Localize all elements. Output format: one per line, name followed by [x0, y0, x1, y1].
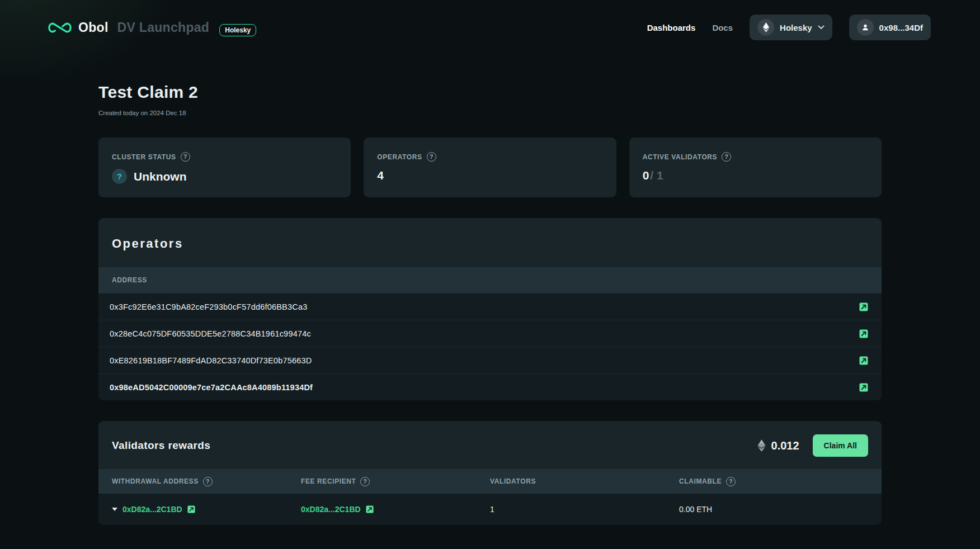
network-badge: Holesky [219, 24, 256, 36]
unknown-status-icon: ? [112, 169, 127, 184]
validators-count-cell: 1 [490, 505, 679, 514]
wallet-account-button[interactable]: 0x98...34Df [849, 15, 931, 40]
active-validators-card: ACTIVE VALIDATORS ? 0 / 1 [629, 138, 882, 197]
operator-address: 0xE82619B18BF7489FdAD82C33740Df73E0b7566… [110, 356, 312, 365]
main-content: Test Claim 2 Created today on 2024 Dec 1… [98, 83, 882, 525]
operators-count-label: OPERATORS [377, 153, 422, 161]
operator-address: 0x28eC4c075DF60535DDE5e2788C34B1961c9947… [110, 329, 311, 338]
claim-all-button[interactable]: Claim All [813, 434, 868, 457]
brand: Obol DV Launchpad Holesky [48, 18, 256, 36]
help-icon[interactable]: ? [722, 152, 731, 162]
user-icon [857, 19, 874, 36]
external-link-icon[interactable] [859, 329, 868, 338]
rewards-panel-title: Validators rewards [112, 439, 210, 452]
table-row: 0xE82619B18BF7489FdAD82C33740Df73E0b7566… [98, 347, 882, 373]
cluster-status-value: Unknown [134, 170, 187, 183]
chevron-down-icon [818, 25, 824, 30]
operators-count-card: OPERATORS ? 4 [364, 138, 616, 197]
address-column-header: ADDRESS [112, 276, 147, 284]
withdrawal-address-link[interactable]: 0xD82a...2C1BD [123, 505, 182, 514]
operators-table-header: ADDRESS [98, 267, 882, 293]
help-icon[interactable]: ? [726, 477, 736, 486]
nav-docs[interactable]: Docs [712, 23, 733, 32]
operators-panel: Operators ADDRESS 0x3Fc92E6e31C9bA82ceF2… [98, 218, 882, 400]
expand-row-icon[interactable] [112, 508, 117, 511]
external-link-icon[interactable] [366, 505, 374, 513]
claimable-amount-cell: 0.00 ETH [679, 505, 868, 514]
page-title: Test Claim 2 [98, 83, 882, 102]
obol-logo-icon[interactable] [48, 21, 72, 34]
table-row: 0x3Fc92E6e31C9bA82ceF293b0cF57dd6f06BB3C… [98, 293, 882, 320]
eth-icon [757, 439, 766, 452]
rewards-total-value: 0.012 [771, 439, 799, 452]
active-validators-total: / 1 [650, 169, 663, 182]
active-validators-value: 0 [643, 169, 649, 182]
help-icon[interactable]: ? [427, 152, 436, 162]
help-icon[interactable]: ? [203, 477, 213, 486]
wallet-address-label: 0x98...34Df [879, 23, 923, 32]
ethereum-icon [757, 19, 774, 36]
active-validators-label: ACTIVE VALIDATORS [643, 153, 718, 161]
operators-count-value: 4 [377, 169, 384, 182]
help-icon[interactable]: ? [360, 477, 370, 486]
validators-rewards-panel: Validators rewards 0.012 Claim All [98, 421, 882, 525]
table-row: 0x28eC4c075DF60535DDE5e2788C34B1961c9947… [98, 320, 882, 347]
claimable-column-header: CLAIMABLE [679, 477, 722, 485]
stats-row: CLUSTER STATUS ? ? Unknown OPERATORS ? 4… [98, 138, 882, 197]
external-link-icon[interactable] [859, 383, 868, 392]
table-row: 0x98eAD5042C00009e7ce7a2CAAc8A4089b11934… [98, 373, 882, 400]
nav-dashboards[interactable]: Dashboards [647, 23, 696, 32]
operators-panel-title: Operators [98, 218, 882, 267]
network-selector-button[interactable]: Holesky [750, 15, 832, 40]
operator-address: 0x3Fc92E6e31C9bA82ceF293b0cF57dd6f06BB3C… [110, 302, 307, 311]
external-link-icon[interactable] [187, 505, 195, 513]
brand-name: Obol [78, 20, 109, 35]
brand-suffix: DV Launchpad [117, 20, 210, 35]
operator-address: 0x98eAD5042C00009e7ce7a2CAAc8A4089b11934… [110, 383, 313, 392]
withdrawal-address-column-header: WITHDRAWAL ADDRESS [112, 477, 199, 485]
external-link-icon[interactable] [859, 302, 868, 311]
fee-recipient-link[interactable]: 0xD82a...2C1BD [301, 505, 361, 514]
rewards-table-header: WITHDRAWAL ADDRESS ? FEE RECIPIENT ? VAL… [98, 469, 882, 494]
rewards-total: 0.012 [757, 439, 799, 452]
network-selector-label: Holesky [780, 23, 812, 32]
top-nav-links: Dashboards Docs Holesky 0x98...34Df [647, 15, 931, 40]
fee-recipient-column-header: FEE RECIPIENT [301, 477, 356, 485]
external-link-icon[interactable] [859, 356, 868, 365]
table-row: 0xD82a...2C1BD 0xD82a...2C1BD [98, 494, 882, 525]
cluster-status-card: CLUSTER STATUS ? ? Unknown [98, 138, 351, 197]
top-navigation-bar: Obol DV Launchpad Holesky Dashboards Doc… [0, 0, 980, 55]
page-subtitle: Created today on 2024 Dec 18 [98, 110, 882, 116]
cluster-status-label: CLUSTER STATUS [112, 153, 176, 161]
validators-column-header: VALIDATORS [490, 477, 536, 485]
help-icon[interactable]: ? [181, 152, 190, 162]
